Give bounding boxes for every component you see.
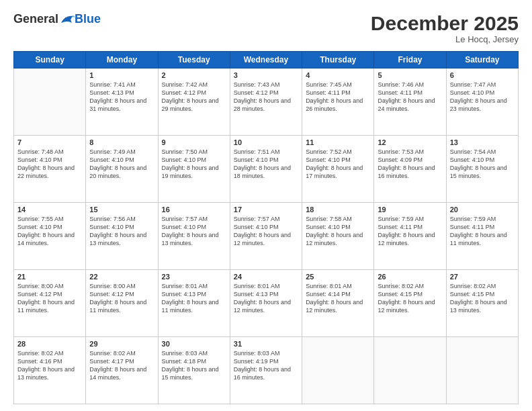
logo: General Blue: [13, 12, 101, 26]
cell-info: Sunrise: 8:02 AMSunset: 4:15 PMDaylight:…: [378, 282, 442, 315]
table-row: 4Sunrise: 7:45 AMSunset: 4:11 PMDaylight…: [302, 68, 374, 136]
day-number: 3: [234, 71, 298, 79]
header-wednesday: Wednesday: [230, 52, 302, 68]
header-tuesday: Tuesday: [158, 52, 230, 68]
cell-info: Sunrise: 8:02 AMSunset: 4:17 PMDaylight:…: [89, 349, 154, 382]
page: General Blue December 2025 Le Hocq, Jers…: [0, 0, 532, 411]
day-number: 24: [234, 273, 298, 281]
day-number: 26: [378, 273, 442, 281]
logo-general-text: General: [13, 12, 58, 26]
day-number: 7: [17, 138, 82, 146]
cell-info: Sunrise: 7:42 AMSunset: 4:12 PMDaylight:…: [162, 81, 226, 113]
cell-info: Sunrise: 7:45 AMSunset: 4:11 PMDaylight:…: [306, 81, 370, 113]
table-row: 30Sunrise: 8:03 AMSunset: 4:18 PMDayligh…: [158, 337, 230, 404]
title-area: December 2025 Le Hocq, Jersey: [371, 12, 519, 44]
cell-info: Sunrise: 8:01 AMSunset: 4:14 PMDaylight:…: [306, 282, 370, 315]
day-number: 31: [234, 340, 298, 348]
cell-info: Sunrise: 7:56 AMSunset: 4:10 PMDaylight:…: [89, 215, 154, 248]
day-number: 18: [306, 205, 370, 214]
day-number: 9: [162, 138, 226, 146]
calendar-table: Sunday Monday Tuesday Wednesday Thursday…: [13, 51, 519, 404]
cell-info: Sunrise: 8:01 AMSunset: 4:13 PMDaylight:…: [162, 282, 226, 315]
day-number: 22: [89, 273, 154, 281]
day-number: 17: [234, 205, 298, 214]
cell-info: Sunrise: 7:51 AMSunset: 4:10 PMDaylight:…: [234, 148, 298, 181]
day-number: 6: [450, 71, 515, 79]
table-row: 27Sunrise: 8:02 AMSunset: 4:15 PMDayligh…: [446, 270, 518, 337]
cell-info: Sunrise: 7:59 AMSunset: 4:11 PMDaylight:…: [450, 215, 515, 248]
table-row: 31Sunrise: 8:03 AMSunset: 4:19 PMDayligh…: [230, 337, 302, 404]
table-row: 24Sunrise: 8:01 AMSunset: 4:13 PMDayligh…: [230, 270, 302, 337]
location: Le Hocq, Jersey: [371, 34, 519, 44]
table-row: 6Sunrise: 7:47 AMSunset: 4:10 PMDaylight…: [446, 68, 518, 136]
day-number: 16: [162, 205, 226, 214]
table-row: 18Sunrise: 7:58 AMSunset: 4:10 PMDayligh…: [302, 203, 374, 270]
cell-info: Sunrise: 7:46 AMSunset: 4:11 PMDaylight:…: [378, 81, 442, 113]
day-number: 20: [450, 205, 515, 214]
day-number: 30: [162, 340, 226, 348]
logo-bird-icon: [60, 13, 75, 26]
cell-info: Sunrise: 8:03 AMSunset: 4:18 PMDaylight:…: [162, 349, 226, 382]
cell-info: Sunrise: 7:54 AMSunset: 4:10 PMDaylight:…: [450, 148, 515, 181]
header-saturday: Saturday: [446, 52, 518, 68]
table-row: 13Sunrise: 7:54 AMSunset: 4:10 PMDayligh…: [446, 136, 518, 203]
calendar-row: 21Sunrise: 8:00 AMSunset: 4:12 PMDayligh…: [14, 270, 519, 337]
header: General Blue December 2025 Le Hocq, Jers…: [13, 12, 519, 44]
table-row: 8Sunrise: 7:49 AMSunset: 4:10 PMDaylight…: [86, 136, 158, 203]
day-number: 13: [450, 138, 515, 146]
table-row: 17Sunrise: 7:57 AMSunset: 4:10 PMDayligh…: [230, 203, 302, 270]
table-row: 14Sunrise: 7:55 AMSunset: 4:10 PMDayligh…: [14, 203, 86, 270]
cell-info: Sunrise: 8:02 AMSunset: 4:16 PMDaylight:…: [17, 349, 82, 382]
cell-info: Sunrise: 8:00 AMSunset: 4:12 PMDaylight:…: [17, 282, 82, 315]
day-number: 4: [306, 71, 370, 79]
table-row: 16Sunrise: 7:57 AMSunset: 4:10 PMDayligh…: [158, 203, 230, 270]
cell-info: Sunrise: 7:57 AMSunset: 4:10 PMDaylight:…: [234, 215, 298, 248]
cell-info: Sunrise: 8:01 AMSunset: 4:13 PMDaylight:…: [234, 282, 298, 315]
cell-info: Sunrise: 7:59 AMSunset: 4:11 PMDaylight:…: [378, 215, 442, 248]
day-number: 10: [234, 138, 298, 146]
cell-info: Sunrise: 7:49 AMSunset: 4:10 PMDaylight:…: [89, 148, 154, 181]
table-row: [446, 337, 518, 404]
header-thursday: Thursday: [302, 52, 374, 68]
table-row: [302, 337, 374, 404]
weekday-header-row: Sunday Monday Tuesday Wednesday Thursday…: [14, 52, 519, 68]
calendar-row: 14Sunrise: 7:55 AMSunset: 4:10 PMDayligh…: [14, 203, 519, 270]
table-row: 9Sunrise: 7:50 AMSunset: 4:10 PMDaylight…: [158, 136, 230, 203]
day-number: 5: [378, 71, 442, 79]
day-number: 28: [17, 340, 82, 348]
day-number: 12: [378, 138, 442, 146]
table-row: 22Sunrise: 8:00 AMSunset: 4:12 PMDayligh…: [86, 270, 158, 337]
table-row: 7Sunrise: 7:48 AMSunset: 4:10 PMDaylight…: [14, 136, 86, 203]
table-row: 23Sunrise: 8:01 AMSunset: 4:13 PMDayligh…: [158, 270, 230, 337]
header-monday: Monday: [86, 52, 158, 68]
cell-info: Sunrise: 7:57 AMSunset: 4:10 PMDaylight:…: [162, 215, 226, 248]
cell-info: Sunrise: 7:47 AMSunset: 4:10 PMDaylight:…: [450, 81, 515, 113]
table-row: 25Sunrise: 8:01 AMSunset: 4:14 PMDayligh…: [302, 270, 374, 337]
cell-info: Sunrise: 8:03 AMSunset: 4:19 PMDaylight:…: [234, 349, 298, 382]
table-row: 29Sunrise: 8:02 AMSunset: 4:17 PMDayligh…: [86, 337, 158, 404]
cell-info: Sunrise: 7:50 AMSunset: 4:10 PMDaylight:…: [162, 148, 226, 181]
day-number: 8: [89, 138, 154, 146]
day-number: 15: [89, 205, 154, 214]
cell-info: Sunrise: 7:41 AMSunset: 4:13 PMDaylight:…: [89, 81, 154, 113]
cell-info: Sunrise: 7:52 AMSunset: 4:10 PMDaylight:…: [306, 148, 370, 181]
cell-info: Sunrise: 8:02 AMSunset: 4:15 PMDaylight:…: [450, 282, 515, 315]
calendar-row: 28Sunrise: 8:02 AMSunset: 4:16 PMDayligh…: [14, 337, 519, 404]
cell-info: Sunrise: 8:00 AMSunset: 4:12 PMDaylight:…: [89, 282, 154, 315]
table-row: 20Sunrise: 7:59 AMSunset: 4:11 PMDayligh…: [446, 203, 518, 270]
cell-info: Sunrise: 7:53 AMSunset: 4:09 PMDaylight:…: [378, 148, 442, 181]
table-row: 10Sunrise: 7:51 AMSunset: 4:10 PMDayligh…: [230, 136, 302, 203]
day-number: 14: [17, 205, 82, 214]
header-sunday: Sunday: [14, 52, 86, 68]
table-row: [14, 68, 86, 136]
day-number: 29: [89, 340, 154, 348]
table-row: 28Sunrise: 8:02 AMSunset: 4:16 PMDayligh…: [14, 337, 86, 404]
table-row: 19Sunrise: 7:59 AMSunset: 4:11 PMDayligh…: [374, 203, 446, 270]
table-row: 3Sunrise: 7:43 AMSunset: 4:12 PMDaylight…: [230, 68, 302, 136]
day-number: 11: [306, 138, 370, 146]
cell-info: Sunrise: 7:48 AMSunset: 4:10 PMDaylight:…: [17, 148, 82, 181]
month-title: December 2025: [371, 12, 519, 34]
day-number: 1: [89, 71, 154, 79]
day-number: 23: [162, 273, 226, 281]
table-row: 21Sunrise: 8:00 AMSunset: 4:12 PMDayligh…: [14, 270, 86, 337]
